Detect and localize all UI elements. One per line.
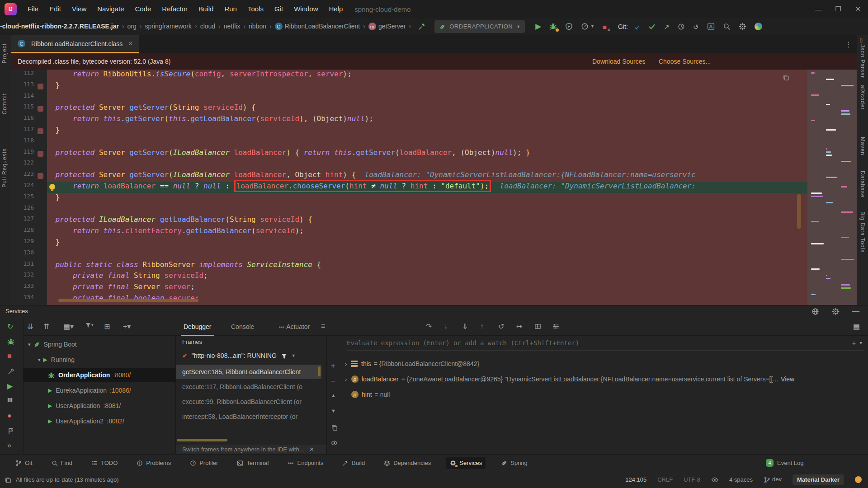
layout-settings-icon[interactable]	[552, 322, 559, 330]
toolwindow-services[interactable]: Services	[446, 457, 486, 469]
minimize-button[interactable]: —	[808, 0, 828, 18]
git-push-icon[interactable]: ↗	[664, 23, 670, 30]
tree-item-orderapplication[interactable]: OrderApplication:8080/	[24, 368, 175, 382]
toolwindow-todo[interactable]: TODO	[88, 457, 121, 469]
hide-icon[interactable]: ―	[852, 307, 859, 315]
view-link[interactable]: View	[781, 375, 794, 383]
run-icon[interactable]: ▶	[535, 23, 541, 31]
highlighting-level-icon[interactable]	[711, 476, 718, 483]
menu-item-code[interactable]: Code	[129, 0, 156, 18]
frame-row[interactable]: getServer:185, RibbonLoadBalancerClient	[176, 365, 321, 379]
chevron-down-icon[interactable]: ▼	[292, 353, 296, 358]
group-tabs-icon[interactable]: ▦▾	[63, 322, 74, 331]
rollback-icon[interactable]: ↺	[693, 23, 699, 30]
mute-breakpoints-icon[interactable]: ●	[7, 412, 12, 420]
chevron-down-icon[interactable]: ▾	[38, 357, 41, 363]
duplicate-icon[interactable]	[331, 423, 338, 432]
menu-item-view[interactable]: View	[66, 0, 92, 18]
toolwindow-profiler[interactable]: Profiler	[186, 457, 222, 469]
menu-item-file[interactable]: File	[22, 0, 44, 18]
line-separator[interactable]: CRLF	[657, 476, 673, 483]
drop-frame-icon[interactable]: ↺	[498, 322, 504, 331]
toolwindow-endpoints[interactable]: Endpoints	[284, 457, 327, 469]
debug-icon[interactable]	[7, 337, 14, 345]
chevron-right-icon[interactable]: ›	[345, 376, 351, 383]
sidebar-tab-project[interactable]: Project	[1, 43, 8, 63]
add-service-icon[interactable]: +▾	[123, 322, 131, 331]
tab-ribbonloadbalancerclient[interactable]: C RibbonLoadBalancerClient.class ✕	[11, 35, 139, 53]
step-into-icon[interactable]: ↓	[444, 322, 448, 330]
evaluate-expression-input[interactable]: Evaluate expression (Enter) or add a wat…	[347, 339, 864, 351]
frame-row[interactable]: execute:99, RibbonLoadBalancerClient (or	[176, 394, 321, 409]
more-icon[interactable]: »	[7, 441, 11, 450]
stop-icon[interactable]: ■	[7, 352, 12, 360]
toolwindow-terminal[interactable]: Terminal	[233, 457, 272, 469]
variable-row-hint[interactable]: phint= null	[345, 388, 865, 401]
sidebar-tab-aixcoder[interactable]: aiXcoder	[859, 85, 866, 110]
breadcrumb-class[interactable]: CRibbonLoadBalancerClient	[275, 23, 360, 31]
toolwindow-build[interactable]: Build	[339, 457, 368, 469]
git-update-icon[interactable]: ↙	[635, 23, 641, 30]
inspection-stripe[interactable]	[807, 70, 857, 305]
breadcrumb-item[interactable]: netflix	[224, 23, 241, 30]
menu-item-edit[interactable]: Edit	[44, 0, 66, 18]
vertical-scrollbar[interactable]	[797, 194, 801, 229]
collapse-all-icon[interactable]: ⇈	[43, 322, 49, 331]
toolwindow-dependencies[interactable]: Dependencies	[380, 457, 434, 469]
debug-icon[interactable]	[549, 23, 557, 31]
history-icon[interactable]	[678, 23, 685, 30]
theme-widget[interactable]: Material Darker	[793, 474, 844, 485]
menu-item-build[interactable]: Build	[193, 0, 219, 18]
sidebar-tab-database[interactable]: Database	[859, 171, 866, 197]
toolwindow-spring[interactable]: Spring	[497, 457, 531, 469]
toolwindow-git[interactable]: Git	[12, 457, 36, 469]
run-to-cursor-icon[interactable]: ↦	[516, 322, 522, 331]
translate-icon[interactable]	[707, 23, 715, 31]
bookmark-icon[interactable]	[7, 427, 14, 435]
restore-layout-icon[interactable]: ▤	[853, 322, 860, 331]
chevron-down-icon[interactable]: ▾	[28, 342, 31, 347]
step-over-icon[interactable]: ↷	[426, 322, 432, 331]
plugin-icon[interactable]	[755, 23, 762, 31]
tree-item-eurekaapplication[interactable]: ▶EurekaApplication:10086/	[24, 384, 131, 397]
service-port-link[interactable]: :8080/	[113, 371, 131, 379]
force-step-into-icon[interactable]: ⇓	[462, 322, 468, 331]
download-sources-link[interactable]: Download Sources	[592, 58, 646, 65]
frames-scrollbar[interactable]	[177, 439, 227, 441]
run-configuration-select[interactable]: ORDERAPPLICATION ▼	[434, 20, 525, 33]
close-tab-icon[interactable]: ✕	[128, 40, 133, 47]
rerun-icon[interactable]: ↻	[7, 322, 13, 331]
coverage-icon[interactable]	[565, 23, 573, 31]
menu-item-help[interactable]: Help	[324, 0, 349, 18]
move-down-icon[interactable]: ▼	[331, 408, 336, 413]
filter-icon[interactable]	[281, 352, 288, 360]
breadcrumb-item[interactable]: springframework	[145, 23, 192, 30]
add-watch-icon[interactable]: + ▼	[852, 339, 862, 347]
tab-actuator[interactable]: Actuator	[276, 318, 312, 336]
show-watches-icon[interactable]	[331, 439, 338, 447]
menu-item-git[interactable]: Git	[269, 0, 288, 18]
move-up-icon[interactable]: ▲	[331, 393, 336, 398]
tab-debugger[interactable]: Debugger	[181, 318, 214, 336]
stop-icon[interactable]: ■4	[603, 23, 607, 30]
sidebar-tab-maven[interactable]: Maven	[859, 137, 866, 155]
menu-item-tools[interactable]: Tools	[242, 0, 269, 18]
git-commit-icon[interactable]	[648, 23, 656, 30]
build-hammer-icon[interactable]	[418, 23, 426, 31]
thread-selector[interactable]: ✔ "http-nio-808...ain": RUNNING ▼	[182, 352, 296, 360]
more-options-icon[interactable]: ⋮	[845, 40, 857, 53]
expand-all-icon[interactable]: ⇊	[27, 322, 33, 331]
menu-item-navigate[interactable]: Navigate	[92, 0, 129, 18]
inspections-widget-icon[interactable]	[783, 73, 789, 81]
choose-sources-link[interactable]: Choose Sources...	[659, 58, 711, 65]
profiler-icon[interactable]: ▼	[581, 23, 594, 31]
filter-icon[interactable]: ▾	[85, 322, 94, 328]
breadcrumb-item[interactable]: cloud	[200, 23, 215, 30]
settings-icon[interactable]	[832, 307, 840, 315]
event-log-button[interactable]: 4 Event Log	[766, 459, 804, 467]
add-watch-icon[interactable]: +	[331, 362, 335, 370]
sidebar-tab-commit[interactable]: Commit	[1, 93, 8, 114]
breadcrumb-method[interactable]: mgetServer	[368, 23, 406, 31]
menu-item-window[interactable]: Window	[288, 0, 323, 18]
toolwindow-problems[interactable]: Problems	[133, 457, 175, 469]
